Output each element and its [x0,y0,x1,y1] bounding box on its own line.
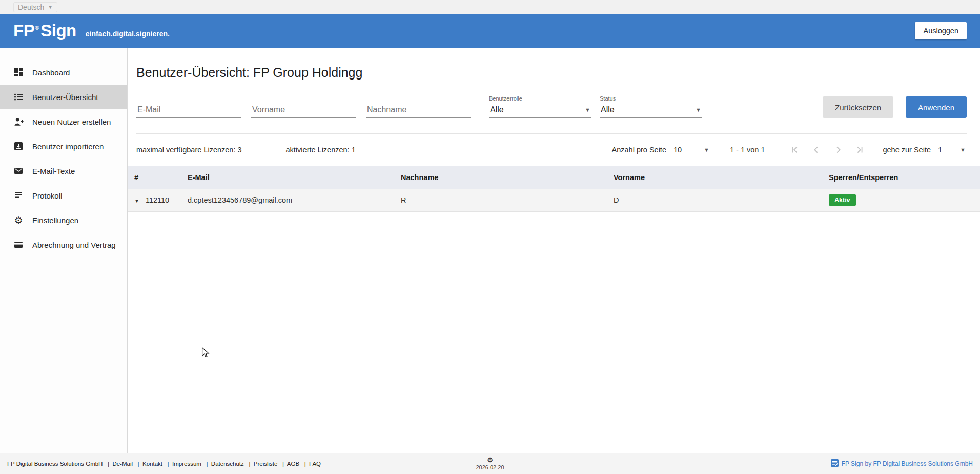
table-header-id: # [128,173,188,182]
user-lock-cell: Aktiv [829,194,980,206]
status-badge[interactable]: Aktiv [829,194,856,206]
sidebar-item-protokoll[interactable]: Protokoll [0,183,127,208]
sidebar-item-einstellungen[interactable]: ⚙ Einstellungen [0,208,127,232]
table-header-row: # E-Mail Nachname Vorname Sperren/Entspe… [128,166,980,189]
sidebar-item-label: E-Mail-Texte [32,167,75,175]
status-filter-label: Status [600,95,702,102]
sidebar-item-abrechnung-und-vertrag[interactable]: Abrechnung und Vertrag [0,232,127,257]
sidebar-item-label: Abrechnung und Vertrag [32,241,116,249]
previous-page-icon[interactable] [811,144,822,155]
footer-version: ⚙ 2026.02.20 [476,457,504,471]
goto-page-label: gehe zur Seite [883,146,931,154]
registered-trademark-icon: ® [35,25,39,31]
page-title: Benutzer-Übersicht: FP Group Holdingg [136,65,967,80]
license-pagination-bar: maximal verfügbare Lizenzen: 3 aktiviert… [136,133,967,166]
user-id: 112110 [146,196,169,204]
footer-link-kontakt[interactable]: Kontakt [134,461,162,467]
table-header-lastname: Nachname [401,173,614,182]
person-add-icon [13,117,24,126]
status-filter-value: Alle [601,105,615,114]
per-page-select[interactable]: 10 ▼ [672,144,710,156]
sidebar-item-neuen-nutzer-erstellen[interactable]: Neuen Nutzer erstellen [0,109,127,134]
max-licenses-text: maximal verfügbare Lizenzen: 3 [136,146,242,154]
sidebar-item-email-texte[interactable]: E-Mail-Texte [0,159,127,183]
credit-card-icon [13,240,24,249]
sidebar-item-label: Benutzer importieren [32,142,104,151]
dashboard-icon [13,68,24,77]
table-header-lock: Sperren/Entsperren [829,173,980,182]
language-bar: Deutsch ▼ [0,0,980,14]
sidebar-item-benutzer-importieren[interactable]: Benutzer importieren [0,134,127,159]
chevron-down-icon: ▼ [696,107,701,113]
user-table: # E-Mail Nachname Vorname Sperren/Entspe… [128,166,980,212]
sidebar-item-benutzer-uebersicht[interactable]: Benutzer-Übersicht [0,85,127,109]
main-content: Benutzer-Übersicht: FP Group Holdingg Be… [128,48,980,453]
import-icon [13,142,24,151]
mail-icon [13,166,24,175]
gear-icon[interactable]: ⚙ [487,457,493,464]
logo-fp-text: FP [13,21,34,41]
user-id-cell: ▼ 112110 [128,196,188,204]
sidebar-item-label: Benutzer-Übersicht [32,93,98,102]
fp-sign-document-icon [831,459,839,468]
sidebar-item-label: Dashboard [32,68,70,77]
sidebar-item-label: Neuen Nutzer erstellen [32,117,111,126]
user-email-cell: d.cptest123456789@gmail.com [188,196,401,204]
footer-brand-text[interactable]: FP Sign by FP Digital Business Solutions… [842,460,973,467]
gear-icon: ⚙ [13,215,24,225]
goto-page-value: 1 [938,146,942,154]
protocol-icon [13,191,24,200]
role-filter-value: Alle [490,105,504,114]
chevron-down-icon: ▼ [48,4,53,10]
user-list-icon [13,92,24,102]
last-page-icon[interactable] [854,144,865,155]
table-header-email: E-Mail [188,173,401,182]
footer-link-impressum[interactable]: Impressum [164,461,201,467]
user-lastname-cell: R [401,196,614,204]
pagination-range-text: 1 - 1 von 1 [730,146,765,154]
chevron-down-icon: ▼ [960,147,966,153]
sidebar-item-dashboard[interactable]: Dashboard [0,60,127,85]
email-filter-input[interactable] [136,102,241,118]
logout-button[interactable]: Ausloggen [915,22,967,40]
role-filter-label: Benutzerrolle [489,95,591,102]
footer-brand: FP Sign by FP Digital Business Solutions… [831,459,973,468]
footer-link-datenschutz[interactable]: Datenschutz [203,461,244,467]
apply-button[interactable]: Anwenden [906,96,967,118]
language-selector[interactable]: Deutsch ▼ [13,2,57,12]
goto-page-select[interactable]: 1 ▼ [937,144,967,156]
vorname-filter-input[interactable] [251,102,356,118]
chevron-down-icon: ▼ [585,107,590,113]
first-page-icon[interactable] [789,144,801,155]
role-filter-select[interactable]: Benutzerrolle Alle ▼ [489,95,591,118]
nachname-filter-input[interactable] [366,102,471,118]
footer: FP Digital Business Solutions GmbH De-Ma… [0,453,980,474]
footer-link-agb[interactable]: AGB [279,461,299,467]
active-licenses-text: aktivierte Lizenzen: 1 [286,146,356,154]
table-row[interactable]: ▼ 112110 d.cptest123456789@gmail.com R D… [128,189,980,212]
app-header: FP ® Sign einfach.digital.signieren. Aus… [0,14,980,48]
next-page-icon[interactable] [832,144,844,155]
chevron-down-icon: ▼ [704,147,709,153]
filter-bar: Benutzerrolle Alle ▼ Status Alle ▼ Zurüc… [136,95,967,118]
table-header-firstname: Vorname [614,173,829,182]
fp-sign-logo[interactable]: FP ® Sign [13,21,76,41]
status-filter-select[interactable]: Status Alle ▼ [600,95,702,118]
footer-link-preisliste[interactable]: Preisliste [246,461,277,467]
expand-row-icon[interactable]: ▼ [134,198,139,204]
footer-links: FP Digital Business Solutions GmbH De-Ma… [7,461,321,467]
language-selector-label: Deutsch [18,3,44,11]
sidebar: Dashboard Benutzer-Übersicht Neuen Nutze… [0,48,128,453]
version-date: 2026.02.20 [476,464,504,471]
tagline: einfach.digital.signieren. [86,30,170,38]
reset-button[interactable]: Zurücksetzen [823,96,893,118]
sidebar-item-label: Einstellungen [32,216,78,225]
sidebar-item-label: Protokoll [32,191,62,200]
per-page-label: Anzahl pro Seite [612,146,666,154]
user-firstname-cell: D [614,196,829,204]
footer-link-faq[interactable]: FAQ [301,461,321,467]
footer-link-demail[interactable]: De-Mail [105,461,133,467]
per-page-value: 10 [673,146,682,154]
footer-link-company[interactable]: FP Digital Business Solutions GmbH [7,461,103,467]
logo-sign-text: Sign [40,21,76,41]
